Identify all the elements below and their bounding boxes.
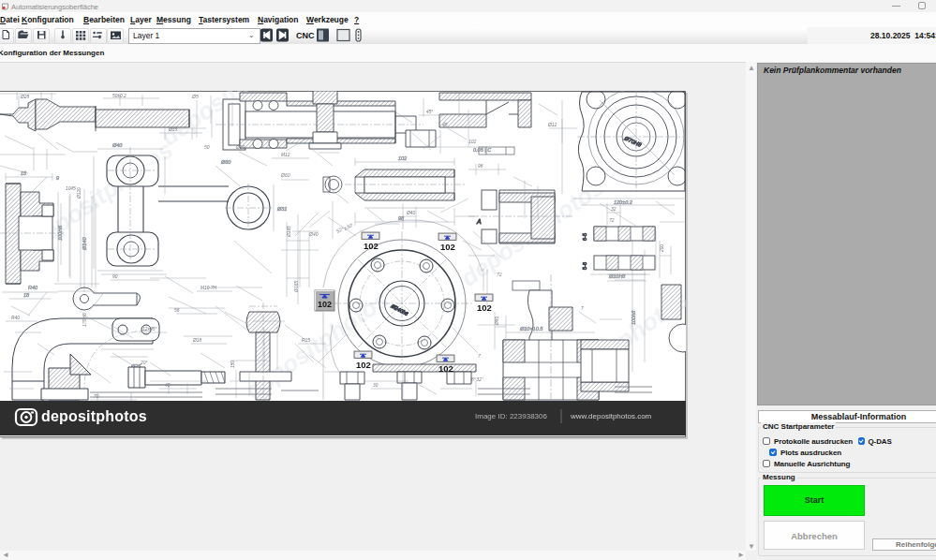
svg-text:1045: 1045 [66, 186, 76, 191]
svg-text:52°±30': 52°±30' [335, 222, 354, 234]
svg-text:15: 15 [21, 170, 27, 176]
svg-text:72: 72 [497, 272, 502, 277]
svg-text:CNC: CNC [296, 31, 315, 40]
svg-text:Ø60: Ø60 [280, 172, 290, 178]
svg-text:R40: R40 [28, 285, 38, 290]
svg-text:102: 102 [477, 302, 492, 313]
svg-text:102: 102 [364, 241, 379, 251]
svg-text:Ø40: Ø40 [308, 231, 319, 237]
svg-text:72: 72 [609, 217, 615, 223]
svg-text:R40: R40 [11, 316, 20, 320]
svg-text:102: 102 [398, 155, 407, 161]
svg-text:Ø35: Ø35 [168, 127, 177, 132]
svg-text:Ø31: Ø31 [276, 206, 287, 212]
svg-text:Ø40: Ø40 [111, 142, 123, 148]
svg-text:0.05 | C: 0.05 | C [473, 147, 491, 153]
svg-text:100h8: 100h8 [631, 310, 636, 325]
svg-text:Image ID: 223938306: Image ID: 223938306 [475, 412, 547, 420]
svg-text:58: 58 [174, 308, 180, 313]
svg-text:102: 102 [438, 363, 453, 374]
svg-text:Ø40: Ø40 [406, 211, 415, 215]
svg-text:20°: 20° [140, 360, 148, 365]
svg-text:Ø18: Ø18 [192, 338, 201, 343]
svg-text:40: 40 [165, 383, 171, 388]
svg-text:Ø140: Ø140 [82, 237, 87, 251]
svg-text:Ø10×10.5: Ø10×10.5 [519, 326, 543, 332]
svg-text:A: A [476, 218, 482, 225]
svg-text:150: 150 [230, 361, 235, 368]
svg-text:depositphotos: depositphotos [41, 408, 147, 424]
svg-text:Ø240h6: Ø240h6 [390, 302, 410, 317]
svg-text:M12: M12 [281, 153, 290, 157]
svg-text:Ø165: Ø165 [287, 226, 291, 238]
svg-text:M10-7H: M10-7H [201, 286, 217, 290]
svg-text:70: 70 [94, 394, 99, 399]
svg-text:50±0.2: 50±0.2 [112, 94, 126, 98]
svg-text:18: 18 [23, 292, 30, 298]
svg-text:7: 7 [581, 306, 584, 311]
svg-text:www.depositphotos.com: www.depositphotos.com [570, 412, 652, 420]
svg-text:45°: 45° [426, 110, 433, 114]
svg-text:Ø60: Ø60 [220, 159, 231, 165]
svg-text:102: 102 [468, 139, 477, 144]
svg-text:90: 90 [112, 274, 118, 279]
svg-text:45: 45 [442, 122, 448, 127]
svg-text:Ø120: Ø120 [77, 187, 82, 199]
svg-text:120±0.2: 120±0.2 [614, 199, 632, 205]
svg-text:Ø80: Ø80 [495, 317, 499, 326]
svg-text:200: 200 [660, 244, 664, 253]
svg-text:12×45°: 12×45° [142, 327, 156, 332]
svg-text:7: 7 [478, 353, 481, 359]
svg-text:102: 102 [440, 242, 455, 252]
svg-text:Ø20: Ø20 [235, 145, 245, 150]
svg-text:Ø12: Ø12 [547, 123, 557, 127]
svg-text:6-5: 6-5 [582, 233, 587, 241]
svg-text:102: 102 [318, 300, 332, 309]
svg-text:5-8: 5-8 [582, 262, 587, 270]
svg-text:98: 98 [478, 164, 483, 169]
svg-text:32: 32 [611, 207, 617, 212]
svg-text:9: 9 [56, 175, 59, 181]
svg-text:102: 102 [356, 360, 371, 370]
svg-text:170H8: 170H8 [82, 313, 87, 327]
svg-text:50: 50 [204, 144, 210, 150]
svg-text:R15: R15 [302, 338, 310, 343]
svg-text:Ø5: Ø5 [191, 94, 199, 99]
svg-text:30: 30 [373, 383, 379, 388]
svg-text:Ø28: Ø28 [20, 95, 29, 99]
